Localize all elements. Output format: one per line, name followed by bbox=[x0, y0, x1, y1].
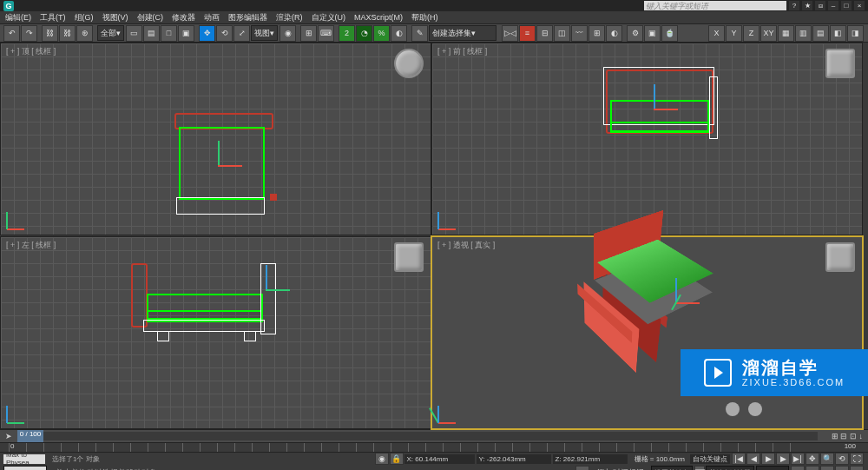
next-frame-button[interactable]: ▶ bbox=[776, 453, 790, 465]
schematic-button[interactable]: ⊞ bbox=[589, 25, 605, 42]
viewport-front[interactable]: [ + ] 前 [ 线框 ] bbox=[431, 43, 863, 235]
current-frame-input[interactable]: 0 bbox=[756, 466, 789, 470]
undo-button[interactable]: ↶ bbox=[3, 25, 20, 42]
render-button[interactable]: 🍵 bbox=[661, 25, 678, 42]
keyfilter-button[interactable]: 关键点过滤器 bbox=[706, 466, 754, 470]
redo-button[interactable]: ↷ bbox=[21, 25, 37, 42]
grid-button[interactable]: ▦ bbox=[778, 25, 794, 42]
play-button[interactable]: ▶ bbox=[761, 453, 775, 465]
viewport-persp-label[interactable]: [ + ] 透视 [ 真实 ] bbox=[437, 240, 495, 251]
time-slider-head[interactable]: 0 / 100 bbox=[17, 430, 43, 442]
viewcube-front[interactable] bbox=[825, 49, 855, 78]
viewcube-left[interactable] bbox=[394, 242, 424, 272]
viewnav-icon2[interactable]: ⊟ bbox=[820, 466, 834, 470]
render-setup-button[interactable]: ⚙ bbox=[627, 25, 643, 42]
selection-filter-dropdown[interactable]: 全部 ▾ bbox=[97, 25, 124, 41]
y-constraint-button[interactable]: Y bbox=[726, 25, 742, 42]
render-frame-button[interactable]: ▣ bbox=[644, 25, 661, 42]
coord-x[interactable]: X: 60.144mm bbox=[404, 454, 475, 464]
viewnav-max-button[interactable]: ⛶ bbox=[850, 453, 864, 465]
snap-percent-button[interactable]: % bbox=[373, 25, 390, 42]
goto-start-button[interactable]: |◀ bbox=[732, 453, 746, 465]
prev-frame-button[interactable]: ◀ bbox=[746, 453, 760, 465]
menu-edit[interactable]: 编辑(E) bbox=[5, 12, 31, 23]
select-rect-button[interactable]: □ bbox=[161, 25, 177, 42]
menu-maxscript[interactable]: MAXScript(M) bbox=[354, 13, 403, 22]
snap-spinner-button[interactable]: ◐ bbox=[391, 25, 407, 42]
viewport-front-label[interactable]: [ + ] 前 [ 线框 ] bbox=[437, 46, 487, 57]
lock-icon[interactable]: 🔒 bbox=[390, 453, 404, 465]
viewnav-icon4[interactable]: ◱ bbox=[850, 466, 864, 470]
time-config-icon[interactable]: ⊞ ⊟ ⊡ ↓ bbox=[832, 432, 863, 440]
view-feet-icon[interactable] bbox=[726, 402, 762, 416]
search-input[interactable]: 键入关键字或短语 bbox=[644, 1, 786, 10]
snap-2d-button[interactable]: 2 bbox=[339, 25, 355, 42]
menu-render[interactable]: 渲染(R) bbox=[276, 12, 303, 23]
viewcube-persp[interactable] bbox=[825, 242, 855, 272]
menu-views[interactable]: 视图(V) bbox=[102, 12, 128, 23]
menu-animation[interactable]: 动画 bbox=[204, 12, 220, 23]
viewnav-orbit-button[interactable]: ⟲ bbox=[835, 453, 849, 465]
snap-angle-button[interactable]: ◔ bbox=[356, 25, 372, 42]
menu-help[interactable]: 帮助(H) bbox=[411, 12, 438, 23]
sofa-object-top[interactable] bbox=[174, 113, 273, 215]
extra3-button[interactable]: ◧ bbox=[830, 25, 846, 42]
script-listener-icon[interactable]: ≡ bbox=[575, 466, 589, 470]
maximize-button[interactable]: □ bbox=[841, 1, 852, 10]
viewnav-icon3[interactable]: ◰ bbox=[835, 466, 849, 470]
viewnav-zoom-button[interactable]: 🔍 bbox=[820, 453, 834, 465]
viewcube-top[interactable] bbox=[394, 49, 424, 78]
goto-end-button[interactable]: ▶| bbox=[791, 453, 805, 465]
mirror-button[interactable]: ▷◁ bbox=[502, 25, 518, 42]
maxto-box[interactable]: Max to Physea bbox=[3, 454, 45, 464]
select-move-button[interactable]: ✥ bbox=[199, 25, 215, 42]
extra2-button[interactable]: ▤ bbox=[812, 25, 829, 42]
sofa-object-front[interactable] bbox=[606, 70, 713, 134]
select-name-button[interactable]: ▤ bbox=[143, 25, 160, 42]
manipulate-button[interactable]: ⊞ bbox=[300, 25, 317, 42]
select-scale-button[interactable]: ⤢ bbox=[233, 25, 250, 42]
track-bar[interactable]: 0 100 bbox=[0, 442, 868, 452]
close-button[interactable]: × bbox=[854, 1, 865, 10]
minimize-button[interactable]: – bbox=[828, 1, 838, 10]
xy-constraint-button[interactable]: XY bbox=[760, 25, 777, 42]
viewport-top-label[interactable]: [ + ] 顶 [ 线框 ] bbox=[6, 46, 56, 57]
z-constraint-button[interactable]: Z bbox=[743, 25, 760, 42]
isolate-icon[interactable]: ◉ bbox=[375, 453, 389, 465]
time-slider-icon[interactable]: ➤ bbox=[5, 432, 12, 440]
link-button[interactable]: ⛓ bbox=[42, 25, 58, 42]
extra1-button[interactable]: ▥ bbox=[795, 25, 812, 42]
bind-button[interactable]: ⊛ bbox=[76, 25, 93, 42]
app-logo-icon[interactable]: G bbox=[3, 1, 14, 11]
time-slider[interactable]: ➤ 0 / 100 ⊞ ⊟ ⊡ ↓ bbox=[0, 429, 868, 442]
coord-z[interactable]: Z: 262.921mm bbox=[553, 454, 628, 464]
material-editor-button[interactable]: ◐ bbox=[606, 25, 622, 42]
viewnav-icon1[interactable]: ⊞ bbox=[806, 466, 819, 470]
align-button[interactable]: ≡ bbox=[519, 25, 536, 42]
select-rotate-button[interactable]: ⟲ bbox=[216, 25, 233, 42]
time-config-button[interactable]: ⊡ bbox=[791, 466, 805, 470]
layer-button[interactable]: ⊟ bbox=[536, 25, 553, 42]
keyboard-button[interactable]: ⌨ bbox=[318, 25, 334, 42]
named-sel-dropdown[interactable]: 创建选择集 ▾ bbox=[429, 25, 496, 41]
viewnav-pan-button[interactable]: ✥ bbox=[806, 453, 819, 465]
graphite-button[interactable]: ◫ bbox=[554, 25, 570, 42]
extra4-button[interactable]: ◨ bbox=[847, 25, 864, 42]
menu-create[interactable]: 创建(C) bbox=[137, 12, 164, 23]
notify-icon[interactable]: ⧈ bbox=[815, 1, 825, 10]
key-mode-icon[interactable]: ⌨ bbox=[694, 466, 705, 470]
addtime-label[interactable]: 添加时间标记 bbox=[597, 467, 644, 471]
window-crossing-button[interactable]: ▣ bbox=[178, 25, 194, 42]
curve-editor-button[interactable]: 〰 bbox=[571, 25, 588, 42]
unlink-button[interactable]: ⛓̷ bbox=[59, 25, 76, 42]
menu-modifiers[interactable]: 修改器 bbox=[172, 12, 195, 23]
menu-custom[interactable]: 自定义(U) bbox=[312, 12, 346, 23]
named-sel-edit-button[interactable]: ✎ bbox=[411, 25, 428, 42]
pivot-button[interactable]: ◉ bbox=[279, 25, 296, 42]
viewport-perspective[interactable]: [ + ] 透视 [ 真实 ] bbox=[431, 236, 863, 429]
setkey-button[interactable]: 设置关键点 bbox=[651, 466, 693, 470]
ref-coord-dropdown[interactable]: 视图 ▾ bbox=[251, 25, 278, 41]
help-icon[interactable]: ? bbox=[789, 1, 799, 10]
autokey-button[interactable]: 自动关键点 bbox=[690, 454, 730, 464]
time-slider-track[interactable]: 0 / 100 bbox=[17, 432, 818, 440]
